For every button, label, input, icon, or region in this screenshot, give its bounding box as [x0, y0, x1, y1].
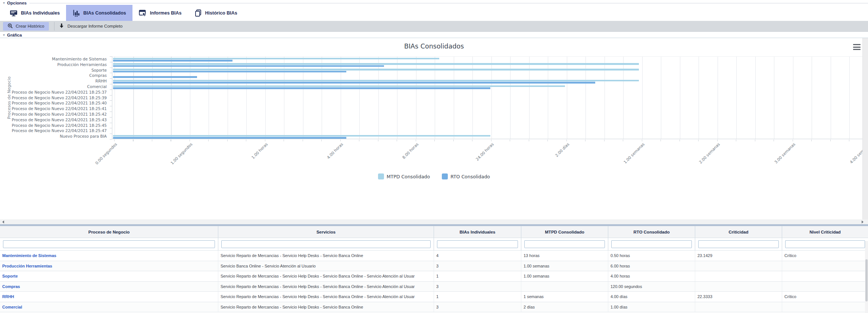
cell-proceso[interactable]: Compras: [0, 282, 218, 292]
bar-mtpd-consolidado[interactable]: [113, 63, 639, 65]
category-label: Nuevo Proceso para BIA: [0, 134, 107, 139]
bar-rto-consolidado[interactable]: [113, 60, 232, 62]
filter-cell: [218, 238, 434, 250]
cell-proceso[interactable]: Mantenimiento de Sistemas: [0, 251, 218, 261]
legend-item-mtpd-consolidado[interactable]: MTPD Consolidado: [378, 173, 430, 179]
legend-label: RTO Consolidado: [450, 174, 490, 179]
descargar-informe-label: Descargar Informe Completo: [68, 24, 123, 28]
chart-legend: MTPD Consolidado RTO Consolidado: [0, 173, 868, 179]
bar-rto-consolidado[interactable]: [113, 82, 595, 84]
category-label: Proceso de Negocio Nuevo 22/04/2021 18:2…: [0, 90, 107, 95]
bar-mtpd-consolidado[interactable]: [113, 69, 639, 71]
filter-input-proceso[interactable]: [3, 240, 215, 248]
cell-nivel: Crítico: [782, 251, 868, 261]
scroll-right-icon[interactable]: [862, 220, 864, 223]
grafica-label: Gráfica: [7, 33, 22, 37]
bar-mtpd-consolidado[interactable]: [113, 135, 490, 137]
filter-input-servicios[interactable]: [221, 240, 431, 248]
table-vertical-scrollbar[interactable]: [865, 241, 868, 313]
tab-informes-bias[interactable]: Informes BIAs: [132, 5, 188, 21]
table-row[interactable]: SoporteServicio Reparto de Mercancias - …: [0, 271, 868, 282]
tab-bias-individuales[interactable]: BIAs Individuales: [3, 5, 66, 21]
cell-rto: 4.00 horas: [608, 271, 695, 281]
cell-rto: 120.00 segundos: [608, 282, 695, 292]
category-label: Comercial: [0, 84, 107, 90]
cell-rto: 0.50 horas: [608, 251, 695, 261]
column-header-servicios[interactable]: Servicios: [218, 226, 434, 238]
tab-bar: BIAs Individuales BIAs Consolidados Info…: [0, 5, 244, 21]
legend-item-rto-consolidado[interactable]: RTO Consolidado: [442, 173, 490, 179]
table-filter-row: [0, 238, 868, 251]
cell-nivel: [782, 261, 868, 271]
table-row[interactable]: Producción HerramientasServicio Banca On…: [0, 261, 868, 272]
divider: [29, 3, 868, 3]
bar-rto-consolidado[interactable]: [113, 76, 197, 78]
cell-proceso[interactable]: Soporte: [0, 271, 218, 281]
filter-cell: [608, 238, 695, 250]
chart-vertical-scrollbar[interactable]: [862, 38, 868, 220]
scrollbar-thumb[interactable]: [865, 259, 868, 301]
bar-mtpd-consolidado[interactable]: [113, 58, 439, 60]
cell-proceso[interactable]: Comercial: [0, 302, 218, 312]
tab-hist-rico-bias[interactable]: Histórico BIAs: [188, 5, 244, 21]
table-row[interactable]: ComprasServicio Reparto de Mercancias - …: [0, 282, 868, 292]
filter-input-bias[interactable]: [437, 240, 518, 248]
cell-mtpd: 1.00 semanas: [521, 261, 608, 271]
cell-nivel: Crítico: [782, 292, 868, 302]
cell-proceso[interactable]: RRHH: [0, 292, 218, 302]
cell-bias: 1: [434, 292, 521, 302]
cell-servicios: Servicio Reparto de Mercancias - Servici…: [218, 292, 434, 302]
column-header-criticidad[interactable]: Criticidad: [695, 226, 782, 238]
tab-bias-consolidados[interactable]: BIAs Consolidados: [66, 5, 132, 21]
chart-menu-icon[interactable]: [853, 44, 861, 50]
horizontal-scrollbar[interactable]: [0, 219, 868, 224]
category-label: Proceso de Negocio Nuevo 22/04/2021 18:2…: [0, 128, 107, 134]
chart-panel: BIAs Consolidados Procesos de Negocio Ma…: [0, 38, 868, 219]
column-header-bias-individuales[interactable]: BIAs Individuales: [434, 226, 521, 238]
category-label: Proceso de Negocio Nuevo 22/04/2021 18:2…: [0, 95, 107, 101]
filter-input-mtpd[interactable]: [524, 240, 605, 248]
collapse-triangle-icon[interactable]: ▾: [3, 1, 5, 5]
collapse-triangle-icon[interactable]: ▾: [3, 33, 5, 37]
crear-historico-label: Crear Histórico: [16, 24, 44, 28]
column-header-nivel-criticidad[interactable]: Nivel Criticidad: [782, 226, 868, 238]
bar-rto-consolidado[interactable]: [113, 137, 346, 139]
category-label: Soporte: [0, 68, 107, 73]
column-header-rto-consolidado[interactable]: RTO Consolidado: [608, 226, 695, 238]
filter-input-criticidad[interactable]: [698, 240, 779, 248]
cell-criticidad: 23.1429: [695, 251, 782, 261]
table-row[interactable]: Mantenimiento de SistemasServicio Repart…: [0, 251, 868, 261]
bar-mtpd-consolidado[interactable]: [113, 85, 565, 87]
bar-rto-consolidado[interactable]: [113, 71, 346, 73]
category-label: Proceso de Negocio Nuevo 22/04/2021 18:2…: [0, 112, 107, 117]
crear-historico-button[interactable]: Crear Histórico: [3, 22, 49, 31]
bar-rto-consolidado[interactable]: [113, 65, 384, 67]
bar-mtpd-consolidado[interactable]: [113, 80, 639, 82]
category-label: Proceso de Negocio Nuevo 22/04/2021 18:2…: [0, 106, 107, 112]
table-row[interactable]: ComercialServicio Reparto de Mercancias …: [0, 302, 868, 313]
column-header-mtpd-consolidado[interactable]: MTPD Consolidado: [521, 226, 608, 238]
cell-proceso[interactable]: Producción Herramientas: [0, 261, 218, 271]
cell-servicios: Servicio Reparto de Mercancias - Servici…: [218, 302, 434, 312]
cell-criticidad: [695, 302, 782, 312]
cell-nivel: [782, 302, 868, 312]
scroll-left-icon[interactable]: [2, 220, 4, 223]
category-label: Mantenimiento de Sistemas: [0, 56, 107, 62]
bar-rto-consolidado[interactable]: [113, 87, 490, 89]
legend-swatch: [378, 173, 384, 179]
chart-title: BIAs Consolidados: [0, 43, 868, 50]
table-body: Mantenimiento de SistemasServicio Repart…: [0, 251, 868, 312]
category-label: RRHH: [0, 78, 107, 84]
legend-swatch: [442, 173, 448, 179]
category-label: Proceso de Negocio Nuevo 22/04/2021 18:2…: [0, 123, 107, 128]
filter-input-rto[interactable]: [611, 240, 692, 248]
category-label: Proceso de Negocio Nuevo 22/04/2021 18:2…: [0, 117, 107, 123]
toolbar: Crear Histórico Descargar Informe Comple…: [0, 21, 868, 32]
table-row[interactable]: RRHHServicio Reparto de Mercancias - Ser…: [0, 292, 868, 302]
column-header-proceso-de-negocio[interactable]: Proceso de Negocio: [0, 226, 218, 238]
filter-input-nivel[interactable]: [785, 240, 865, 248]
descargar-informe-button[interactable]: Descargar Informe Completo: [59, 23, 123, 29]
report-window-icon: [139, 9, 147, 17]
cell-bias: 4: [434, 251, 521, 261]
cell-bias: 3: [434, 261, 521, 271]
